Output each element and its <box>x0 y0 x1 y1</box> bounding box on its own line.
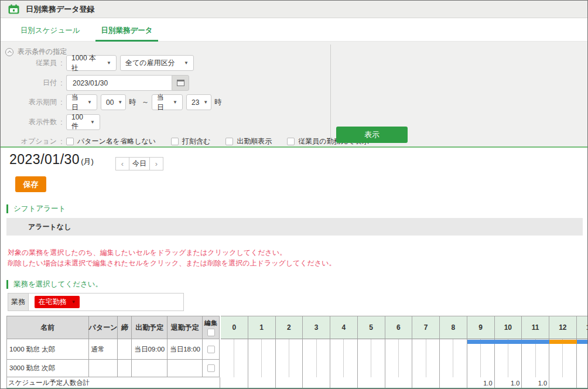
schedule-cell[interactable] <box>549 360 563 377</box>
calendar-picker-button[interactable] <box>172 75 189 91</box>
schedule-cell[interactable] <box>495 344 508 360</box>
tab-bar: 日別スケジュール 日別業務データ <box>1 18 587 42</box>
schedule-cell[interactable] <box>412 360 426 377</box>
schedule-cell[interactable] <box>440 360 453 377</box>
row-edit-checkbox[interactable] <box>207 364 215 372</box>
checkbox-icon[interactable] <box>66 138 74 145</box>
tab-daily-schedule[interactable]: 日別スケジュール <box>15 18 85 42</box>
schedule-cell[interactable] <box>453 360 467 377</box>
schedule-cell[interactable] <box>330 344 344 360</box>
period-from-hour-select[interactable]: 00 ▼ <box>101 94 126 110</box>
schedule-count-cell <box>248 377 276 388</box>
schedule-cell[interactable] <box>508 360 522 377</box>
schedule-cell[interactable] <box>248 360 262 377</box>
schedule-cell[interactable] <box>399 344 412 360</box>
schedule-cell[interactable] <box>317 344 330 360</box>
schedule-cell[interactable] <box>262 344 275 360</box>
schedule-cell[interactable] <box>536 344 549 360</box>
column-header-1: パターン <box>89 316 118 339</box>
schedule-cell[interactable] <box>426 344 440 360</box>
task-dropdown[interactable]: 在宅勤務 ▼ <box>35 296 80 308</box>
schedule-cell[interactable] <box>289 344 303 360</box>
save-button[interactable]: 保存 <box>15 176 46 192</box>
schedule-cell[interactable] <box>385 344 399 360</box>
schedule-cell[interactable] <box>358 344 371 360</box>
schedule-cell <box>276 339 289 344</box>
schedule-cell[interactable] <box>221 344 234 360</box>
display-count-select[interactable]: 100件 ▼ <box>66 114 100 130</box>
schedule-cell[interactable] <box>577 344 588 360</box>
employment-type-select[interactable]: 全ての雇用区分 ▼ <box>120 55 194 71</box>
option-checkbox-2[interactable]: 出勤順表示 <box>225 137 272 146</box>
checkbox-icon[interactable] <box>287 138 295 145</box>
today-button[interactable]: 今日 <box>129 157 150 170</box>
schedule-cell[interactable] <box>262 360 275 377</box>
option-checkbox-0[interactable]: パターン名を省略しない <box>66 137 156 146</box>
schedule-cell[interactable] <box>536 360 549 377</box>
schedule-cell[interactable] <box>453 344 467 360</box>
schedule-cell[interactable] <box>481 360 494 377</box>
schedule-cell[interactable] <box>276 344 289 360</box>
schedule-cell[interactable] <box>522 360 535 377</box>
schedule-cell[interactable] <box>399 360 412 377</box>
schedule-cell[interactable] <box>371 360 385 377</box>
display-button[interactable]: 表示 <box>336 127 408 143</box>
colon: : <box>57 138 66 146</box>
schedule-cell[interactable] <box>330 360 344 377</box>
schedule-cell[interactable] <box>549 344 563 360</box>
schedule-cell[interactable] <box>563 360 576 377</box>
checkbox-icon[interactable] <box>225 138 233 145</box>
schedule-count-cell <box>303 377 330 388</box>
display-count-value: 100件 <box>71 113 86 131</box>
next-day-button[interactable]: › <box>149 157 163 170</box>
schedule-cell[interactable] <box>248 344 262 360</box>
shift-alert-section-title: シフトアラート <box>6 204 66 214</box>
schedule-cell <box>317 339 330 344</box>
schedule-cell[interactable] <box>426 360 440 377</box>
schedule-cell[interactable] <box>221 360 234 377</box>
date-input[interactable]: 2023/01/30 <box>66 75 172 91</box>
tab-daily-work-data[interactable]: 日別業務データ <box>95 18 158 42</box>
column-header-label: 編集 <box>204 319 217 327</box>
schedule-cell[interactable] <box>467 360 481 377</box>
schedule-cell[interactable] <box>412 344 426 360</box>
schedule-cell[interactable] <box>303 360 316 377</box>
office-select[interactable]: 1000 本社 ▼ <box>66 55 117 71</box>
schedule-cell[interactable] <box>577 360 588 377</box>
schedule-cell[interactable] <box>303 344 316 360</box>
period-to-day-select[interactable]: 当日 ▼ <box>152 94 183 110</box>
shift-alert-title: シフトアラート <box>13 204 66 214</box>
prev-day-button[interactable]: ‹ <box>115 157 129 170</box>
title-bar: 日別業務データ登録 <box>1 1 587 18</box>
schedule-cell[interactable] <box>344 360 357 377</box>
checkbox-icon[interactable] <box>171 138 179 145</box>
employee-filter-row: 従業員 : 1000 本社 ▼ 全ての雇用区分 ▼ <box>1 55 194 71</box>
schedule-cell[interactable] <box>234 360 248 377</box>
schedule-count-cell: 1.0 <box>495 377 522 388</box>
period-to-hour-select[interactable]: 23 ▼ <box>186 94 211 110</box>
schedule-cell[interactable] <box>467 344 481 360</box>
schedule-cell[interactable] <box>385 360 399 377</box>
hour-header-cell: 13 <box>577 316 588 339</box>
schedule-cell[interactable] <box>371 344 385 360</box>
schedule-cell[interactable] <box>508 344 522 360</box>
select-all-checkbox[interactable] <box>207 329 215 336</box>
schedule-cell[interactable] <box>289 360 303 377</box>
table-row: 1000 勤怠 太郎通常当日09:00当日18:00 <box>7 339 220 360</box>
schedule-cell[interactable] <box>317 360 330 377</box>
row-edit-checkbox[interactable] <box>207 346 215 353</box>
schedule-cell <box>344 339 357 344</box>
schedule-cell[interactable] <box>276 360 289 377</box>
schedule-cell[interactable] <box>344 344 357 360</box>
schedule-cell[interactable] <box>440 344 453 360</box>
hour-header-cell: 8 <box>440 316 467 339</box>
schedule-cell[interactable] <box>481 344 494 360</box>
schedule-cell[interactable] <box>234 344 248 360</box>
schedule-cell[interactable] <box>358 360 371 377</box>
period-from-day-select[interactable]: 当日 ▼ <box>66 94 97 110</box>
schedule-cell[interactable] <box>522 344 535 360</box>
schedule-cell[interactable] <box>495 360 508 377</box>
option-checkbox-1[interactable]: 打刻含む <box>171 137 210 146</box>
schedule-cell <box>399 339 412 344</box>
schedule-cell[interactable] <box>563 344 576 360</box>
